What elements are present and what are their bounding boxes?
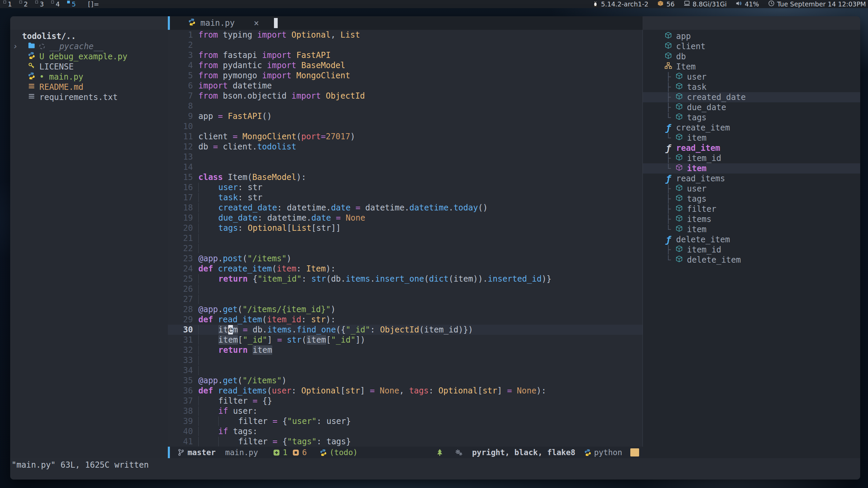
code-line-29[interactable]: 29def read_item(item_id: str):	[168, 314, 643, 325]
outline-item-item[interactable]: └item	[643, 224, 860, 235]
line-number: 4	[168, 60, 195, 70]
code-line-22[interactable]: 22	[168, 243, 643, 253]
outline-item-db[interactable]: db	[643, 52, 860, 62]
code-line-17[interactable]: 17 task: str	[168, 192, 643, 203]
outline-item-item[interactable]: └item	[643, 133, 860, 143]
function-icon: ƒ	[665, 174, 672, 184]
code-line-18[interactable]: 18 created_date: datetime.date = datetim…	[168, 203, 643, 213]
workspace-3[interactable]: 3	[35, 0, 44, 8]
code-line-37[interactable]: 37 filter = {}	[168, 396, 643, 406]
workspace-5[interactable]: 5	[67, 0, 76, 8]
code-line-6[interactable]: 6import datetime	[168, 81, 643, 91]
code-line-38[interactable]: 38 if user:	[168, 406, 643, 416]
workspace-2[interactable]: 2	[19, 0, 28, 8]
code-line-8[interactable]: 8	[168, 101, 643, 111]
code-line-4[interactable]: 4from pydantic import BaseModel	[168, 60, 643, 70]
outline-item-app[interactable]: app	[643, 31, 860, 41]
system-status: 5.14.2-arch1-2568.8Gi/31Gi41%Tue Septemb…	[583, 0, 866, 8]
variable-icon	[675, 255, 687, 265]
workspace-4[interactable]: 4	[51, 0, 60, 8]
code-line-16[interactable]: 16 user: str	[168, 182, 643, 192]
line-text: return item	[198, 345, 272, 355]
line-text: def read_items(user: Optional[str] = Non…	[198, 386, 546, 396]
code-line-14[interactable]: 14	[168, 162, 643, 172]
outline-item-read_items[interactable]: ƒread_items	[643, 174, 860, 184]
line-number: 13	[168, 152, 195, 162]
code-line-23[interactable]: 23@app.post("/items")	[168, 253, 643, 264]
file-tree-item-requirements-txt[interactable]: requirements.txt	[10, 92, 168, 102]
outline-item-tags[interactable]: └tags	[643, 113, 860, 123]
tab-main-py[interactable]: main.py ×	[168, 16, 268, 30]
code-line-11[interactable]: 11client = MongoClient(port=27017)	[168, 131, 643, 142]
key-icon	[28, 62, 39, 72]
code-line-15[interactable]: 15class Item(BaseModel):	[168, 172, 643, 182]
code-line-21[interactable]: 21	[168, 233, 643, 243]
code-line-20[interactable]: 20 tags: Optional[List[str]]	[168, 223, 643, 233]
code-line-10[interactable]: 10	[168, 121, 643, 131]
outline-item-read_item[interactable]: ƒread_item	[643, 143, 860, 153]
code-line-32[interactable]: 32 return item	[168, 345, 643, 355]
outline-item-client[interactable]: client	[643, 41, 860, 52]
file-tree-item-debug-example-py[interactable]: Udebug_example.py	[10, 52, 168, 62]
code-line-30[interactable]: 30 item = db.items.find_one({"_id": Obje…	[168, 325, 643, 335]
outline-item-task[interactable]: ├task	[643, 82, 860, 92]
line-number: 20	[168, 223, 195, 233]
symbol-name: created_date	[687, 93, 746, 102]
outline-item-filter[interactable]: ├filter	[643, 204, 860, 214]
file-tree-item-readme-md[interactable]: README.md	[10, 82, 168, 92]
code-line-13[interactable]: 13	[168, 152, 643, 162]
code-line-19[interactable]: 19 due_date: datetime.date = None	[168, 213, 643, 223]
line-number: 40	[168, 426, 195, 436]
outline-item-create_item[interactable]: ƒcreate_item	[643, 123, 860, 133]
git-status-char: •	[39, 72, 44, 82]
outline-item-tags[interactable]: ├tags	[643, 194, 860, 204]
tree-connector: ├	[666, 184, 675, 194]
outline-item-items[interactable]: ├items	[643, 214, 860, 224]
code-line-9[interactable]: 9app = FastAPI()	[168, 111, 643, 121]
file-tree-item-main-py[interactable]: •main.py	[10, 72, 168, 82]
code-line-3[interactable]: 3from fastapi import FastAPI	[168, 50, 643, 60]
file-tree-item-license[interactable]: LICENSE	[10, 62, 168, 72]
outline-item-delete_item[interactable]: ƒdelete_item	[643, 235, 860, 245]
code-line-5[interactable]: 5from pymongo import MongoClient	[168, 70, 643, 81]
code-line-35[interactable]: 35@app.get("/items")	[168, 375, 643, 386]
code-line-39[interactable]: 39 filter = {"user": user}	[168, 416, 643, 426]
code-line-31[interactable]: 31 item["_id"] = str(item["_id"])	[168, 335, 643, 345]
code-line-12[interactable]: 12db = client.todolist	[168, 142, 643, 152]
outline-item-item_id[interactable]: ├item_id	[643, 153, 860, 163]
close-icon[interactable]: ×	[254, 18, 259, 28]
code-line-7[interactable]: 7from bson.objectid import ObjectId	[168, 91, 643, 101]
code-line-24[interactable]: 24def create_item(item: Item):	[168, 264, 643, 274]
code-line-33[interactable]: 33	[168, 355, 643, 365]
outline-item-user[interactable]: ├user	[643, 184, 860, 194]
code-line-34[interactable]: 34	[168, 365, 643, 375]
code-line-36[interactable]: 36def read_items(user: Optional[str] = N…	[168, 386, 643, 396]
file-name: README.md	[39, 82, 83, 92]
chevron-right-icon[interactable]: ›	[10, 42, 20, 51]
outline-item-item_id[interactable]: ├item_id	[643, 245, 860, 255]
scroll-indicator[interactable]	[630, 448, 639, 456]
code-line-40[interactable]: 40 if tags:	[168, 426, 643, 436]
code-line-27[interactable]: 27	[168, 294, 643, 304]
file-tree-root[interactable]: todolist/..	[10, 31, 168, 41]
code-line-25[interactable]: 25 return {"item_id": str(db.items.inser…	[168, 274, 643, 284]
outline-item-due_date[interactable]: ├due_date	[643, 102, 860, 113]
code-line-41[interactable]: 41 filter = {"tags": tags}	[168, 436, 643, 447]
line-number: 29	[168, 314, 195, 325]
outline-item-created_date[interactable]: ├created_date	[643, 92, 860, 102]
outline-item-item[interactable]: └item	[643, 163, 860, 174]
code-line-1[interactable]: 1from typing import Optional, List	[168, 30, 643, 40]
code-line-28[interactable]: 28@app.get("/items/{item_id}")	[168, 304, 643, 314]
line-text	[198, 233, 203, 243]
outline-item-user[interactable]: ├user	[643, 72, 860, 82]
layout-indicator[interactable]: []=	[88, 0, 99, 8]
code-editor[interactable]: 1from typing import Optional, List23from…	[168, 30, 643, 447]
outline-item-Item[interactable]: Item	[643, 62, 860, 72]
outline-item-delete_item[interactable]: └delete_item	[643, 255, 860, 265]
code-line-26[interactable]: 26	[168, 284, 643, 294]
added-count: 1	[283, 448, 288, 457]
workspace-1[interactable]: 1	[3, 0, 12, 8]
md-icon	[28, 82, 39, 92]
code-line-2[interactable]: 2	[168, 40, 643, 50]
file-tree-item--pycache-[interactable]: ›__pycache__	[10, 41, 168, 52]
